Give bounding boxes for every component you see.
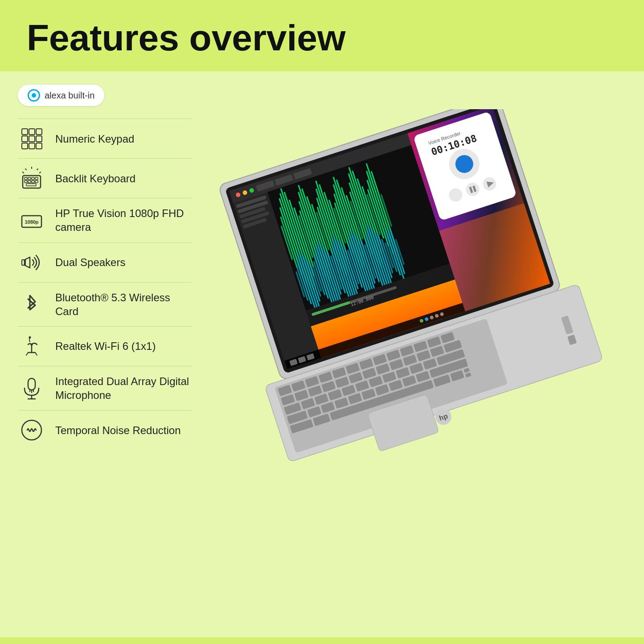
svg-line-13 bbox=[40, 172, 41, 173]
svg-rect-8 bbox=[36, 143, 42, 149]
svg-line-10 bbox=[25, 169, 26, 170]
keypad-icon bbox=[18, 127, 45, 150]
alexa-badge: alexa built-in bbox=[18, 85, 104, 106]
speaker-icon bbox=[18, 251, 45, 274]
svg-rect-33 bbox=[28, 378, 35, 390]
svg-rect-20 bbox=[28, 180, 31, 183]
svg-rect-3 bbox=[22, 136, 28, 142]
main-content: alexa built-in Numeric Keypad bbox=[0, 71, 644, 637]
svg-rect-0 bbox=[22, 129, 28, 135]
alexa-label: alexa built-in bbox=[45, 90, 94, 101]
microphone-icon bbox=[18, 377, 45, 400]
svg-rect-21 bbox=[32, 180, 34, 183]
feature-camera: 1080p HP True Vision 1080p FHD camera bbox=[18, 198, 192, 242]
svg-rect-7 bbox=[29, 143, 35, 149]
noise-reduction-icon bbox=[18, 418, 45, 442]
svg-rect-5 bbox=[36, 136, 42, 142]
svg-rect-4 bbox=[29, 136, 35, 142]
svg-rect-1 bbox=[29, 129, 35, 135]
feature-label-numeric-keypad: Numeric Keypad bbox=[55, 132, 134, 146]
feature-wifi: Realtek Wi-Fi 6 (1x1) bbox=[18, 326, 192, 366]
features-panel: alexa built-in Numeric Keypad bbox=[0, 71, 192, 637]
laptop-illustration: 12:00.000 Voice Recorder 00:10:08 bbox=[215, 109, 616, 599]
svg-rect-15 bbox=[25, 177, 27, 180]
feature-label-noise-reduction: Temporal Noise Reduction bbox=[55, 423, 180, 437]
feature-numeric-keypad: Numeric Keypad bbox=[18, 119, 192, 158]
bluetooth-icon bbox=[18, 293, 45, 316]
svg-rect-23 bbox=[26, 184, 36, 186]
feature-backlit-keyboard: Backlit Keyboard bbox=[18, 158, 192, 198]
svg-rect-16 bbox=[28, 177, 31, 180]
page-title: Features overview bbox=[27, 18, 617, 58]
feature-bluetooth: Bluetooth® 5.3 Wireless Card bbox=[18, 282, 192, 326]
svg-rect-17 bbox=[32, 177, 34, 180]
svg-line-11 bbox=[37, 169, 38, 170]
wifi-icon bbox=[18, 335, 45, 358]
header-section: Features overview bbox=[0, 0, 644, 71]
feature-label-wifi: Realtek Wi-Fi 6 (1x1) bbox=[55, 339, 156, 353]
feature-dual-speakers: Dual Speakers bbox=[18, 242, 192, 282]
alexa-icon bbox=[28, 89, 40, 102]
keyboard-icon bbox=[18, 167, 45, 190]
svg-rect-19 bbox=[25, 180, 27, 183]
svg-line-30 bbox=[26, 353, 28, 355]
feature-label-microphone: Integrated Dual Array Digital Microphone bbox=[55, 374, 192, 402]
feature-label-backlit-keyboard: Backlit Keyboard bbox=[55, 172, 135, 185]
svg-point-32 bbox=[29, 336, 31, 338]
svg-line-12 bbox=[23, 172, 24, 173]
svg-rect-18 bbox=[35, 177, 38, 180]
feature-label-camera: HP True Vision 1080p FHD camera bbox=[55, 206, 192, 234]
svg-line-31 bbox=[35, 353, 37, 355]
feature-microphone: Integrated Dual Array Digital Microphone bbox=[18, 366, 192, 410]
svg-text:1080p: 1080p bbox=[25, 219, 38, 225]
feature-noise-reduction: Temporal Noise Reduction bbox=[18, 410, 192, 450]
svg-rect-22 bbox=[35, 180, 38, 183]
feature-label-bluetooth: Bluetooth® 5.3 Wireless Card bbox=[55, 291, 192, 318]
svg-rect-2 bbox=[36, 129, 42, 135]
svg-rect-6 bbox=[22, 143, 28, 149]
laptop-panel: 12:00.000 Voice Recorder 00:10:08 bbox=[192, 71, 644, 637]
camera-icon: 1080p bbox=[18, 209, 45, 232]
svg-point-39 bbox=[22, 420, 41, 440]
feature-label-dual-speakers: Dual Speakers bbox=[55, 255, 125, 269]
